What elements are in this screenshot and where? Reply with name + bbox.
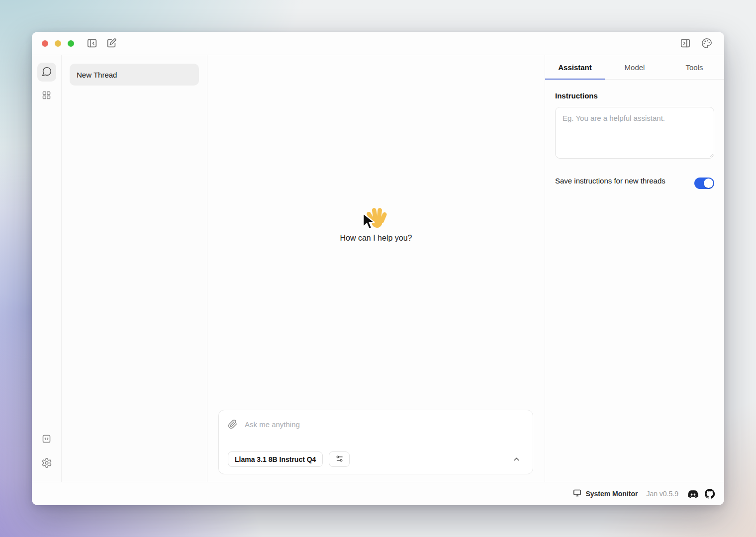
toggle-right-panel-button[interactable]: [680, 38, 691, 49]
chat-input-box: Llama 3.1 8B Instruct Q4: [218, 410, 533, 474]
status-bar: System Monitor Jan v0.5.9: [32, 482, 724, 505]
thread-list: New Thread: [62, 55, 207, 482]
chat-main-area: How can I help you? Llama 3.1 8B Instruc…: [207, 55, 545, 482]
sidebar-item-local-api-server[interactable]: [37, 430, 56, 449]
sidebar-item-settings[interactable]: [37, 454, 56, 473]
grid-icon: [41, 90, 52, 102]
tab-model-label: Model: [625, 63, 645, 72]
discord-link-button[interactable]: [688, 489, 698, 499]
discord-icon: [688, 489, 698, 499]
sliders-icon: [335, 454, 344, 464]
sidebar-item-threads[interactable]: [37, 63, 56, 82]
tab-assistant-label: Assistant: [558, 63, 592, 72]
active-tab-underline: [545, 79, 605, 80]
new-thread-compose-button[interactable]: [106, 38, 117, 49]
thread-title: New Thread: [77, 71, 117, 79]
titlebar-left-actions: [87, 38, 117, 49]
zoom-window-button[interactable]: [68, 40, 74, 47]
theme-palette-button[interactable]: [701, 38, 712, 49]
model-selector-button[interactable]: Llama 3.1 8B Instruct Q4: [228, 451, 323, 467]
chat-input-row: [228, 419, 525, 429]
mouse-cursor-icon: [360, 212, 378, 234]
chat-bubble-icon: [41, 66, 52, 79]
tab-model[interactable]: Model: [605, 55, 664, 79]
panel-right-toggle-icon: [680, 38, 691, 49]
chevron-up-icon: [512, 455, 521, 463]
assistant-tab-content: Instructions Save instructions for new t…: [545, 80, 724, 201]
titlebar-right-actions: [680, 38, 712, 49]
instructions-heading: Instructions: [555, 91, 714, 100]
compose-icon: [106, 38, 117, 49]
desktop-background: New Thread: [0, 0, 756, 537]
window-body: New Thread: [32, 55, 724, 482]
tab-tools[interactable]: Tools: [664, 55, 724, 79]
right-panel: Assistant Model Tools Instructions Save …: [545, 55, 724, 482]
save-instructions-row: Save instructions for new threads: [555, 175, 714, 189]
monitor-icon: [573, 489, 581, 499]
social-links: [688, 489, 715, 499]
github-icon: [705, 489, 715, 499]
tab-assistant[interactable]: Assistant: [545, 55, 605, 79]
jan-app-window: New Thread: [32, 32, 724, 505]
app-version-label: Jan v0.5.9: [646, 490, 678, 498]
system-monitor-label: System Monitor: [585, 490, 638, 498]
system-monitor-button[interactable]: System Monitor: [570, 488, 641, 499]
collapse-input-button[interactable]: [512, 455, 521, 463]
model-row: Llama 3.1 8B Instruct Q4: [228, 451, 525, 467]
gear-icon: [41, 457, 52, 470]
code-square-icon: [41, 434, 52, 446]
save-instructions-label: Save instructions for new threads: [555, 175, 665, 187]
left-icon-rail: [32, 55, 62, 482]
sidebar-item-hub[interactable]: [37, 87, 56, 105]
panel-left-toggle-icon: [87, 38, 97, 49]
toggle-left-panel-button[interactable]: [87, 38, 97, 49]
chat-message-input[interactable]: [244, 420, 525, 429]
paperclip-icon: [228, 419, 238, 429]
model-settings-button[interactable]: [329, 451, 350, 467]
titlebar: [32, 32, 724, 55]
tab-tools-label: Tools: [685, 63, 703, 72]
waving-hand-emoji: [365, 206, 387, 230]
right-panel-tabs: Assistant Model Tools: [545, 55, 724, 80]
traffic-lights: [42, 40, 74, 47]
minimize-window-button[interactable]: [55, 40, 61, 47]
attach-file-button[interactable]: [228, 419, 238, 429]
save-instructions-toggle[interactable]: [694, 178, 714, 189]
palette-icon: [701, 38, 712, 49]
close-window-button[interactable]: [42, 40, 48, 47]
thread-list-item[interactable]: New Thread: [70, 64, 199, 86]
github-link-button[interactable]: [705, 489, 715, 499]
empty-thread-greeting: How can I help you?: [207, 206, 545, 243]
greeting-text: How can I help you?: [207, 234, 545, 243]
instructions-textarea[interactable]: [555, 107, 714, 159]
toggle-knob: [704, 179, 713, 188]
